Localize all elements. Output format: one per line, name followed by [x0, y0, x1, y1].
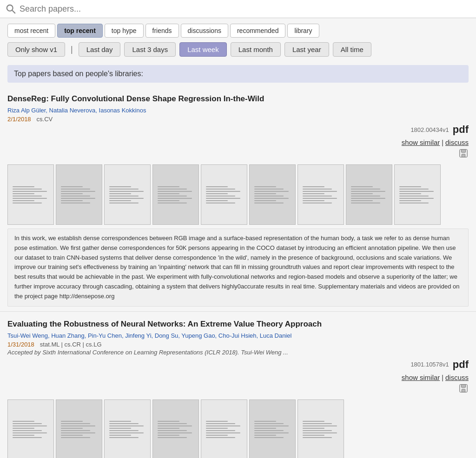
time-filter-container: Only show v1|Last dayLast 3 daysLast wee…: [0, 38, 476, 61]
show-similar-link[interactable]: show similar: [402, 373, 440, 381]
paper-similar-discuss-row: show similar|discuss: [7, 138, 469, 146]
save-icon-row: [7, 383, 469, 396]
time-filter-last-week[interactable]: Last week: [179, 42, 227, 57]
pipe-separator: |: [442, 374, 443, 381]
paper-thumbnail[interactable]: [298, 399, 344, 458]
main-content: most recenttop recenttop hypefriendsdisc…: [0, 18, 476, 458]
papers-container: DenseReg: Fully Convolutional Dense Shap…: [0, 86, 476, 458]
tab-library[interactable]: library: [287, 24, 319, 38]
svg-rect-6: [461, 385, 465, 387]
paper-thumbnail[interactable]: [298, 164, 344, 225]
paper-title[interactable]: Evaluating the Robustness of Neural Netw…: [7, 319, 469, 329]
paper-authors: Tsui-Wei Weng, Huan Zhang, Pin-Yu Chen, …: [7, 332, 469, 339]
paper-actions: 1801.10578v1pdf: [7, 359, 469, 371]
discuss-link[interactable]: discuss: [445, 138, 469, 146]
paper-meta: 1/31/2018stat.ML | cs.CR | cs.LG: [7, 341, 469, 348]
paper-acceptance: Accepted by Sixth International Conferen…: [7, 349, 469, 356]
time-filter-last-day[interactable]: Last day: [79, 42, 121, 57]
paper-arxiv-id: 1801.10578v1: [410, 361, 449, 368]
paper-card: Evaluating the Robustness of Neural Netw…: [0, 312, 476, 458]
section-heading: Top papers based on people's libraries:: [7, 65, 469, 83]
paper-meta: 2/1/2018cs.CV: [7, 116, 469, 123]
tabs-container: most recenttop recenttop hypefriendsdisc…: [0, 18, 476, 38]
paper-abstract: In this work, we establish dense corresp…: [7, 229, 469, 307]
save-icon-row: [7, 148, 469, 161]
svg-rect-3: [461, 150, 465, 152]
paper-thumbnails: [7, 399, 469, 458]
time-separator: |: [69, 45, 75, 54]
paper-thumbnail[interactable]: [346, 164, 392, 225]
paper-actions: 1802.00434v1pdf: [7, 124, 469, 136]
pipe-separator: |: [442, 139, 443, 146]
time-filter-only-v1[interactable]: Only show v1: [7, 42, 65, 57]
svg-rect-7: [462, 389, 465, 392]
tab-top-recent[interactable]: top recent: [57, 24, 103, 38]
paper-thumbnail[interactable]: [249, 399, 296, 458]
svg-rect-4: [462, 154, 465, 157]
search-input[interactable]: [20, 4, 470, 14]
svg-line-1: [12, 10, 15, 13]
tab-discussions[interactable]: discussions: [181, 24, 228, 38]
paper-thumbnail[interactable]: [56, 399, 102, 458]
paper-thumbnail[interactable]: [394, 164, 441, 225]
paper-similar-discuss-row: show similar|discuss: [7, 373, 469, 381]
paper-thumbnails: [7, 164, 469, 225]
paper-categories: cs.CV: [37, 116, 53, 123]
paper-thumbnail[interactable]: [201, 399, 247, 458]
paper-thumbnail[interactable]: [7, 164, 54, 225]
time-filter-all-time[interactable]: All time: [333, 42, 371, 57]
paper-thumbnail[interactable]: [249, 164, 296, 225]
tab-most-recent[interactable]: most recent: [7, 24, 55, 38]
time-filter-last-3-days[interactable]: Last 3 days: [124, 42, 176, 57]
paper-thumbnail[interactable]: [7, 399, 54, 458]
paper-date: 1/31/2018: [7, 341, 34, 348]
tab-recommended[interactable]: recommended: [230, 24, 286, 38]
paper-pdf-link[interactable]: pdf: [453, 359, 469, 371]
paper-date: 2/1/2018: [7, 116, 31, 123]
paper-thumbnail[interactable]: [152, 164, 199, 225]
search-icon: [6, 4, 16, 14]
save-to-library-icon[interactable]: [458, 150, 469, 160]
paper-authors: Riza Alp Güler, Natalia Neverova, Iasona…: [7, 107, 469, 114]
paper-arxiv-id: 1802.00434v1: [410, 126, 449, 133]
show-similar-link[interactable]: show similar: [402, 138, 440, 146]
paper-thumbnail[interactable]: [104, 164, 151, 225]
search-bar: [0, 0, 476, 18]
tab-friends[interactable]: friends: [145, 24, 179, 38]
paper-thumbnail[interactable]: [104, 399, 151, 458]
time-filter-last-month[interactable]: Last month: [231, 42, 281, 57]
paper-categories: stat.ML | cs.CR | cs.LG: [40, 341, 102, 348]
tab-top-hype[interactable]: top hype: [105, 24, 144, 38]
paper-title[interactable]: DenseReg: Fully Convolutional Dense Shap…: [7, 94, 469, 104]
paper-thumbnail[interactable]: [152, 399, 199, 458]
paper-thumbnail[interactable]: [201, 164, 247, 225]
paper-pdf-link[interactable]: pdf: [453, 124, 469, 136]
time-filter-last-year[interactable]: Last year: [284, 42, 329, 57]
save-to-library-icon[interactable]: [458, 385, 469, 395]
paper-card: DenseReg: Fully Convolutional Dense Shap…: [0, 86, 476, 312]
discuss-link[interactable]: discuss: [445, 373, 469, 381]
paper-thumbnail[interactable]: [56, 164, 102, 225]
